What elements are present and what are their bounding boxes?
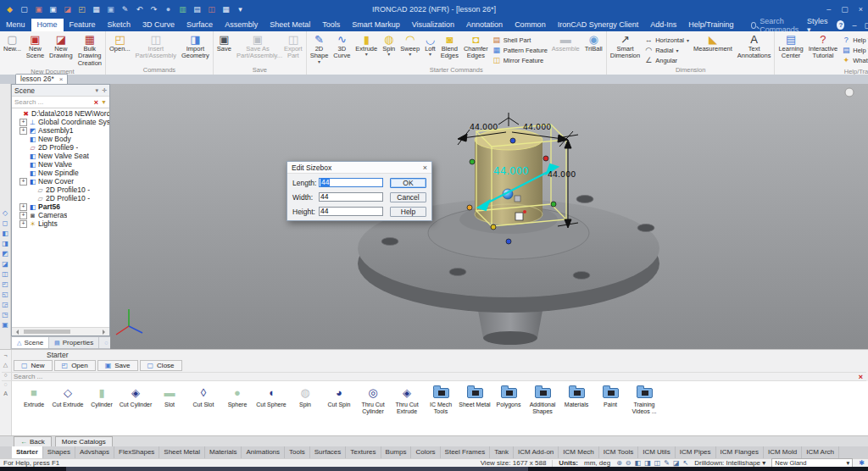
ribbon-button[interactable]: ◪ New Drawing ▾: [47, 32, 75, 67]
tree-item[interactable]: ▱ 2D Profile10 -: [12, 194, 109, 202]
menu-tab[interactable]: Menu: [0, 19, 31, 31]
view-cube-icon[interactable]: ◪: [2, 260, 8, 268]
dialog-button[interactable]: Cancel: [390, 192, 426, 202]
dimension-input[interactable]: 44: [319, 207, 383, 216]
annotation-tool-icon[interactable]: △: [3, 362, 8, 368]
view-cube-icon[interactable]: ◩: [2, 250, 8, 258]
expand-icon[interactable]: [19, 178, 27, 186]
view-cube-icon[interactable]: ◰: [2, 280, 8, 288]
catalog-tab[interactable]: Advshaps: [75, 446, 114, 458]
quick-access-icon[interactable]: ▾: [235, 4, 246, 15]
menu-tab[interactable]: Sketch: [102, 19, 137, 31]
quick-access-icon[interactable]: ▢: [19, 4, 30, 15]
catalog-item[interactable]: Paint: [593, 385, 627, 408]
view-cube-icon[interactable]: ◲: [2, 301, 8, 308]
dimension-label[interactable]: 44.000: [548, 169, 576, 179]
ribbon-button[interactable]: ◰ Open... ▾: [107, 32, 133, 65]
ribbon-button[interactable]: ◘ Chamfer Edges ▾: [461, 32, 491, 65]
catalog-item[interactable]: ◊ Cut Slot: [186, 385, 220, 408]
ribbon-small-button[interactable]: ↔ Horizontal ▾: [643, 35, 691, 45]
view-cube-icon[interactable]: ◨: [2, 240, 8, 247]
quick-access-icon[interactable]: ●: [163, 4, 174, 15]
ribbon-button[interactable]: ∿ 3D Curve ▾: [331, 32, 353, 65]
expand-icon[interactable]: [19, 119, 27, 126]
catalog-tab[interactable]: FlexShapes: [114, 446, 159, 458]
tree-item[interactable]: ◧ New Valve Seat: [12, 152, 109, 160]
dimension-label[interactable]: 44.000: [493, 165, 529, 177]
quick-access-icon[interactable]: ◰: [76, 4, 87, 15]
catalog-tab[interactable]: ICM Mech: [559, 446, 598, 458]
menu-tab[interactable]: Tools: [316, 19, 346, 31]
dimension-label[interactable]: 44.000: [470, 122, 498, 131]
quick-access-icon[interactable]: ▦: [220, 4, 231, 15]
horizontal-scrollbar[interactable]: [12, 327, 109, 335]
minimize-icon[interactable]: –: [826, 5, 831, 14]
catalog-tab[interactable]: Textures: [346, 446, 381, 458]
restore-icon[interactable]: ▢: [864, 21, 868, 30]
view-cube-icon[interactable]: ◱: [2, 291, 8, 298]
catalog-tab[interactable]: ICM Flanges: [716, 446, 764, 458]
view-tool-icon[interactable]: ◧: [635, 459, 642, 467]
view-cube-icon[interactable]: ◧: [2, 230, 8, 237]
restore-icon[interactable]: ▢: [841, 5, 849, 14]
ribbon-button[interactable]: ▬ Assemble ▾: [549, 32, 582, 65]
ribbon-button[interactable]: ▤ Learning Center ▾: [776, 32, 805, 67]
ribbon-button[interactable]: ▢ New... ▾: [1, 32, 24, 67]
dimension-label[interactable]: 44.000: [523, 122, 551, 131]
ribbon-button[interactable]: ◨ Import Geometry ▾: [179, 32, 212, 65]
quick-access-icon[interactable]: ▣: [33, 4, 44, 15]
catalog-item[interactable]: ▬ Slot: [153, 385, 186, 408]
catalog-tab[interactable]: Starter: [12, 446, 43, 458]
quick-access-icon[interactable]: ▣: [47, 4, 58, 15]
catalog-toolbar-button[interactable]: ▢ New: [14, 360, 53, 371]
catalog-toolbar-button[interactable]: ◰ Open: [54, 360, 96, 371]
ribbon-small-button[interactable]: ? Help Topics... ▾: [840, 35, 868, 45]
ribbon-button[interactable]: ◙ Blend Edges ▾: [438, 32, 461, 65]
quick-access-icon[interactable]: ◆: [4, 4, 15, 15]
ribbon-small-button[interactable]: ▦ Pattern Feature ▾: [491, 45, 549, 55]
tree-item[interactable]: ◧ New Spindle: [12, 169, 109, 177]
view-tool-icon[interactable]: ◪: [673, 459, 680, 467]
menu-tab[interactable]: Sheet Metal: [264, 19, 316, 31]
catalog-tab[interactable]: Sheet Metal: [159, 446, 205, 458]
catalog-item[interactable]: ● Sphere: [220, 385, 254, 408]
quick-access-icon[interactable]: ✎: [120, 4, 131, 15]
ribbon-button[interactable]: ◡ Loft ▾: [422, 32, 438, 65]
catalog-item[interactable]: ◈ Thru Cut Extrude: [390, 385, 424, 415]
close-icon[interactable]: ×: [59, 75, 64, 84]
ribbon-button[interactable]: ▮ Extrude ▾: [353, 32, 380, 65]
catalog-tab[interactable]: Tank: [490, 446, 514, 458]
pin-icon[interactable]: ✛: [102, 87, 107, 94]
view-tool-icon[interactable]: ⊕: [616, 459, 622, 467]
catalog-tab[interactable]: Colors: [411, 446, 440, 458]
tree-item[interactable]: ✖ D:\data\2018 NEW\Word\TECH-NE: [12, 109, 109, 118]
tree-item[interactable]: ◧ New Cover: [12, 177, 109, 186]
catalog-tab[interactable]: ICM Add-on: [514, 446, 559, 458]
menu-tab[interactable]: IronCAD Synergy Client: [552, 19, 645, 31]
more-catalogs-button[interactable]: More Catalogs: [55, 436, 113, 447]
quick-access-icon[interactable]: ↷: [148, 4, 159, 15]
catalog-tab[interactable]: Bumps: [381, 446, 412, 458]
catalog-item[interactable]: ◍ Spin: [288, 385, 322, 408]
catalog-tab[interactable]: Shapes: [43, 446, 75, 458]
ribbon-button[interactable]: ▦ Bulk Drawing Creation ▾: [75, 32, 104, 67]
catalog-item[interactable]: ▮ Cylinder: [85, 385, 119, 408]
quick-access-icon[interactable]: ◪: [62, 4, 73, 15]
drilldown-selector[interactable]: Drilldown: Intellishape ▾: [694, 459, 765, 467]
catalog-item[interactable]: Additional Shapes: [526, 385, 559, 415]
expand-icon[interactable]: [19, 212, 27, 219]
minimize-icon[interactable]: –: [852, 21, 856, 30]
expand-icon[interactable]: [19, 220, 27, 228]
view-cube-icon[interactable]: ◇: [3, 209, 8, 217]
menu-tab[interactable]: Surface: [181, 19, 219, 31]
view-cube-icon[interactable]: ◫: [2, 270, 8, 278]
tree-item[interactable]: ◧ Part56: [12, 202, 109, 211]
ribbon-button[interactable]: ▣ Save As Part/Assembly... ▾: [234, 32, 281, 65]
menu-tab[interactable]: Feature: [64, 19, 102, 31]
catalog-tab[interactable]: ICM Arch: [802, 446, 839, 458]
catalog-toolbar-button[interactable]: ▢ Close: [140, 360, 182, 371]
help-icon[interactable]: ?: [837, 20, 844, 30]
catalog-item[interactable]: ◎ Thru Cut Cylinder: [356, 385, 390, 415]
view-tool-icon[interactable]: ⊖: [626, 459, 632, 467]
menu-tab[interactable]: Add-Ins: [644, 19, 682, 31]
